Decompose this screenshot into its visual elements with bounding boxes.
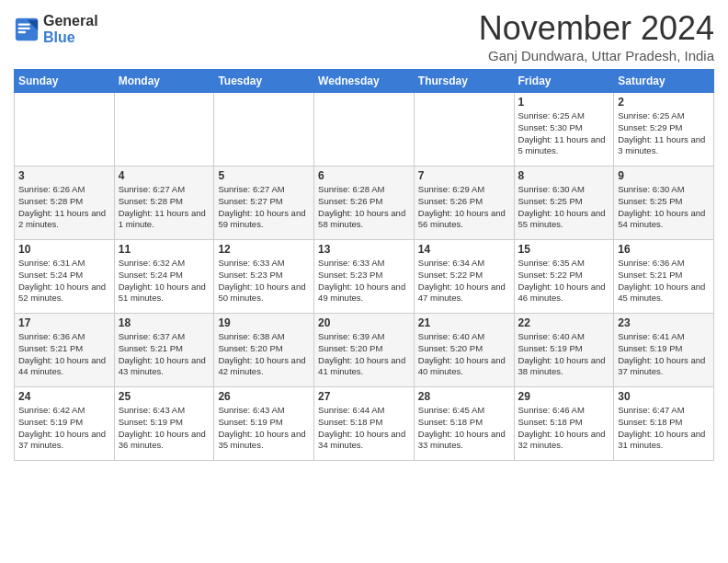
day-info: Sunrise: 6:30 AMSunset: 5:25 PMDaylight:… xyxy=(518,184,610,231)
calendar-week-4: 17Sunrise: 6:36 AMSunset: 5:21 PMDayligh… xyxy=(15,314,714,387)
day-info: Sunrise: 6:26 AMSunset: 5:28 PMDaylight:… xyxy=(18,184,110,231)
day-info: Sunrise: 6:30 AMSunset: 5:25 PMDaylight:… xyxy=(618,184,710,231)
svg-rect-3 xyxy=(18,27,30,29)
header-sunday: Sunday xyxy=(15,70,115,93)
day-number: 17 xyxy=(18,316,110,329)
day-info: Sunrise: 6:25 AMSunset: 5:29 PMDaylight:… xyxy=(618,110,710,157)
calendar-cell: 6Sunrise: 6:28 AMSunset: 5:26 PMDaylight… xyxy=(314,167,415,240)
day-info: Sunrise: 6:45 AMSunset: 5:18 PMDaylight:… xyxy=(418,405,510,452)
calendar-cell: 13Sunrise: 6:33 AMSunset: 5:23 PMDayligh… xyxy=(314,240,415,314)
calendar-cell: 18Sunrise: 6:37 AMSunset: 5:21 PMDayligh… xyxy=(114,314,214,387)
calendar-cell: 16Sunrise: 6:36 AMSunset: 5:21 PMDayligh… xyxy=(614,240,714,314)
logo-text: General Blue xyxy=(43,13,98,45)
calendar-page: General Blue November 2024 Ganj Dundwara… xyxy=(0,0,728,563)
day-number: 26 xyxy=(218,390,310,403)
day-info: Sunrise: 6:43 AMSunset: 5:19 PMDaylight:… xyxy=(119,405,210,452)
calendar-cell: 4Sunrise: 6:27 AMSunset: 5:28 PMDaylight… xyxy=(114,167,214,240)
day-number: 15 xyxy=(518,243,610,256)
day-info: Sunrise: 6:33 AMSunset: 5:23 PMDaylight:… xyxy=(218,258,310,304)
calendar-header-row: Sunday Monday Tuesday Wednesday Thursday… xyxy=(15,70,714,93)
day-number: 23 xyxy=(618,316,710,329)
header-monday: Monday xyxy=(114,70,214,93)
day-number: 29 xyxy=(518,390,610,403)
day-info: Sunrise: 6:28 AMSunset: 5:26 PMDaylight:… xyxy=(318,184,410,231)
day-number: 13 xyxy=(318,243,410,256)
calendar-cell: 2Sunrise: 6:25 AMSunset: 5:29 PMDaylight… xyxy=(614,93,714,167)
day-number: 25 xyxy=(119,390,210,403)
day-number: 6 xyxy=(318,169,410,182)
calendar-cell: 17Sunrise: 6:36 AMSunset: 5:21 PMDayligh… xyxy=(15,314,115,387)
calendar-cell: 7Sunrise: 6:29 AMSunset: 5:26 PMDaylight… xyxy=(414,167,514,240)
calendar-cell: 15Sunrise: 6:35 AMSunset: 5:22 PMDayligh… xyxy=(514,240,614,314)
logo-blue-text: Blue xyxy=(43,29,98,46)
calendar-week-5: 24Sunrise: 6:42 AMSunset: 5:19 PMDayligh… xyxy=(15,387,714,461)
calendar-cell: 20Sunrise: 6:39 AMSunset: 5:20 PMDayligh… xyxy=(314,314,415,387)
month-title: November 2024 xyxy=(479,9,714,48)
day-number: 9 xyxy=(618,169,710,182)
day-number: 18 xyxy=(119,316,210,329)
svg-rect-4 xyxy=(18,30,26,32)
calendar-cell xyxy=(214,93,314,167)
calendar-cell: 26Sunrise: 6:43 AMSunset: 5:19 PMDayligh… xyxy=(214,387,314,461)
calendar-cell xyxy=(414,93,514,167)
day-number: 1 xyxy=(518,96,610,109)
day-number: 5 xyxy=(218,169,310,182)
day-info: Sunrise: 6:36 AMSunset: 5:21 PMDaylight:… xyxy=(618,258,710,304)
calendar-cell: 12Sunrise: 6:33 AMSunset: 5:23 PMDayligh… xyxy=(214,240,314,314)
title-block: November 2024 Ganj Dundwara, Uttar Prade… xyxy=(479,9,714,63)
calendar-cell: 11Sunrise: 6:32 AMSunset: 5:24 PMDayligh… xyxy=(114,240,214,314)
header-thursday: Thursday xyxy=(414,70,514,93)
day-number: 10 xyxy=(18,243,110,256)
day-info: Sunrise: 6:41 AMSunset: 5:19 PMDaylight:… xyxy=(618,331,710,378)
calendar-week-2: 3Sunrise: 6:26 AMSunset: 5:28 PMDaylight… xyxy=(15,167,714,240)
day-info: Sunrise: 6:29 AMSunset: 5:26 PMDaylight:… xyxy=(418,184,510,231)
header-friday: Friday xyxy=(514,70,614,93)
day-number: 21 xyxy=(418,316,510,329)
day-number: 11 xyxy=(119,243,210,256)
calendar-cell: 5Sunrise: 6:27 AMSunset: 5:27 PMDaylight… xyxy=(214,167,314,240)
calendar-table: Sunday Monday Tuesday Wednesday Thursday… xyxy=(14,69,714,461)
calendar-cell: 27Sunrise: 6:44 AMSunset: 5:18 PMDayligh… xyxy=(314,387,415,461)
logo: General Blue xyxy=(14,13,98,45)
day-info: Sunrise: 6:39 AMSunset: 5:20 PMDaylight:… xyxy=(318,331,410,378)
calendar-cell: 29Sunrise: 6:46 AMSunset: 5:18 PMDayligh… xyxy=(514,387,614,461)
day-number: 19 xyxy=(218,316,310,329)
day-info: Sunrise: 6:42 AMSunset: 5:19 PMDaylight:… xyxy=(18,405,110,452)
calendar-week-3: 10Sunrise: 6:31 AMSunset: 5:24 PMDayligh… xyxy=(15,240,714,314)
day-info: Sunrise: 6:27 AMSunset: 5:27 PMDaylight:… xyxy=(218,184,310,231)
location: Ganj Dundwara, Uttar Pradesh, India xyxy=(479,48,714,63)
logo-general-text: General xyxy=(43,13,98,29)
day-info: Sunrise: 6:35 AMSunset: 5:22 PMDaylight:… xyxy=(518,258,610,304)
header: General Blue November 2024 Ganj Dundwara… xyxy=(14,9,714,63)
day-info: Sunrise: 6:36 AMSunset: 5:21 PMDaylight:… xyxy=(18,331,110,378)
calendar-cell: 25Sunrise: 6:43 AMSunset: 5:19 PMDayligh… xyxy=(114,387,214,461)
day-number: 12 xyxy=(218,243,310,256)
day-number: 7 xyxy=(418,169,510,182)
day-number: 24 xyxy=(18,390,110,403)
calendar-cell: 8Sunrise: 6:30 AMSunset: 5:25 PMDaylight… xyxy=(514,167,614,240)
calendar-cell: 22Sunrise: 6:40 AMSunset: 5:19 PMDayligh… xyxy=(514,314,614,387)
calendar-week-1: 1Sunrise: 6:25 AMSunset: 5:30 PMDaylight… xyxy=(15,93,714,167)
day-info: Sunrise: 6:32 AMSunset: 5:24 PMDaylight:… xyxy=(119,258,210,304)
day-number: 14 xyxy=(418,243,510,256)
day-info: Sunrise: 6:40 AMSunset: 5:19 PMDaylight:… xyxy=(518,331,610,378)
day-info: Sunrise: 6:37 AMSunset: 5:21 PMDaylight:… xyxy=(119,331,210,378)
calendar-cell: 9Sunrise: 6:30 AMSunset: 5:25 PMDaylight… xyxy=(614,167,714,240)
day-number: 2 xyxy=(618,96,710,109)
calendar-cell: 30Sunrise: 6:47 AMSunset: 5:18 PMDayligh… xyxy=(614,387,714,461)
day-info: Sunrise: 6:33 AMSunset: 5:23 PMDaylight:… xyxy=(318,258,410,304)
day-info: Sunrise: 6:38 AMSunset: 5:20 PMDaylight:… xyxy=(218,331,310,378)
calendar-cell: 28Sunrise: 6:45 AMSunset: 5:18 PMDayligh… xyxy=(414,387,514,461)
calendar-cell: 23Sunrise: 6:41 AMSunset: 5:19 PMDayligh… xyxy=(614,314,714,387)
day-number: 30 xyxy=(618,390,710,403)
day-number: 20 xyxy=(318,316,410,329)
day-info: Sunrise: 6:46 AMSunset: 5:18 PMDaylight:… xyxy=(518,405,610,452)
day-number: 3 xyxy=(18,169,110,182)
calendar-cell: 24Sunrise: 6:42 AMSunset: 5:19 PMDayligh… xyxy=(15,387,115,461)
day-info: Sunrise: 6:31 AMSunset: 5:24 PMDaylight:… xyxy=(18,258,110,304)
calendar-cell: 14Sunrise: 6:34 AMSunset: 5:22 PMDayligh… xyxy=(414,240,514,314)
day-number: 22 xyxy=(518,316,610,329)
day-info: Sunrise: 6:34 AMSunset: 5:22 PMDaylight:… xyxy=(418,258,510,304)
calendar-cell: 1Sunrise: 6:25 AMSunset: 5:30 PMDaylight… xyxy=(514,93,614,167)
logo-icon xyxy=(14,17,40,42)
